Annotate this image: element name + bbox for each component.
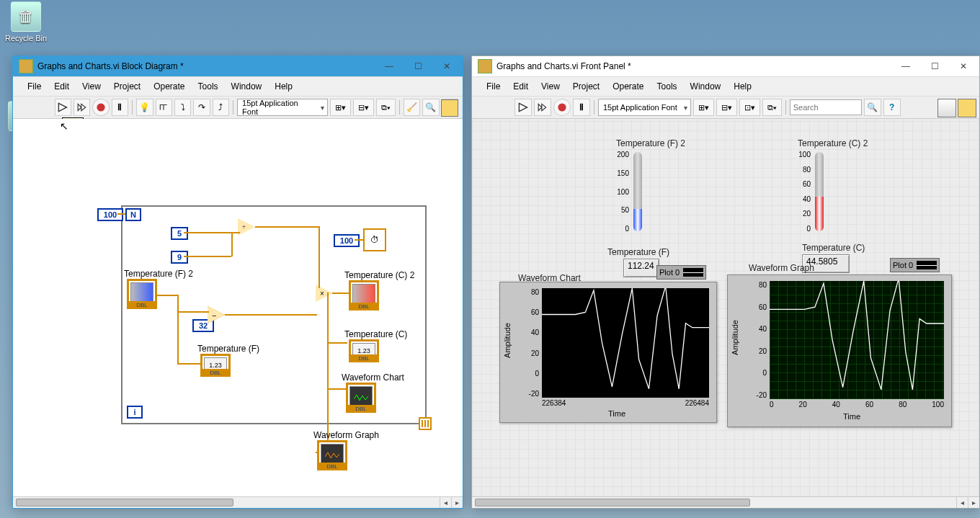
chart-ylabel: Amplitude — [503, 323, 512, 358]
menu-view[interactable]: View — [535, 80, 566, 93]
minimize-button[interactable]: — — [375, 58, 404, 75]
menu-edit[interactable]: Edit — [48, 80, 75, 93]
pause-button[interactable]: Ⅱ — [112, 99, 128, 116]
menu-window[interactable]: Window — [226, 80, 268, 93]
loop-n-terminal[interactable]: N — [125, 208, 141, 221]
font-selector[interactable]: 15pt Application Font — [237, 99, 328, 116]
menu-window[interactable]: Window — [685, 80, 727, 93]
waveform-graph-terminal[interactable]: DBL — [317, 440, 347, 470]
abort-button[interactable] — [553, 99, 571, 116]
pause-button[interactable]: Ⅱ — [573, 99, 590, 116]
menu-view[interactable]: View — [76, 80, 107, 93]
loop-count-constant[interactable]: 100 — [97, 208, 123, 221]
menu-operate[interactable]: Operate — [607, 80, 649, 93]
autoindex-tunnel[interactable] — [419, 417, 432, 430]
scroll-right-button[interactable]: ▸ — [968, 497, 979, 508]
titlebar[interactable]: Graphs and Charts.vi Block Diagram * — ☐… — [13, 56, 463, 76]
tempc2-terminal[interactable]: DBL — [349, 280, 379, 311]
tempc-label: Temperature (C) — [344, 329, 407, 339]
block-diagram-window: Graphs and Charts.vi Block Diagram * — ☐… — [12, 55, 463, 509]
tempf-fp-label: Temperature (F) — [607, 247, 669, 257]
run-continuous-button[interactable] — [74, 99, 90, 116]
menu-help[interactable]: Help — [728, 80, 757, 93]
connector-pane[interactable] — [937, 99, 956, 117]
tempc-terminal[interactable]: 1.23DBL — [349, 339, 379, 362]
run-button[interactable] — [55, 99, 71, 116]
svg-point-1 — [558, 103, 566, 111]
menubar: File Edit View Project Operate Tools Win… — [13, 76, 463, 97]
waveform-chart[interactable]: 806040200-20 Amplitude 226384226484 Time — [499, 282, 717, 423]
graph-legend[interactable]: Plot 0 — [890, 258, 940, 272]
window-title: Graphs and Charts.vi Block Diagram * — [37, 61, 375, 71]
tempf-indicator[interactable]: 112.24 — [623, 259, 659, 277]
front-panel-canvas[interactable]: Temperature (F) 2 200150100500 Temperatu… — [472, 119, 979, 496]
menu-file[interactable]: File — [22, 80, 47, 93]
help-button[interactable]: ? — [883, 99, 901, 116]
toolbar: Ⅱ 💡 ⤵ ↷ ⤴ 15pt Application Font ⊞▾ ⊟▾ ⧉▾… — [13, 97, 463, 119]
step-into-button[interactable]: ⤵ — [174, 99, 191, 116]
labview-icon — [478, 59, 492, 73]
loop-i-terminal[interactable]: i — [127, 406, 143, 419]
waveform-chart-terminal[interactable]: DBL — [346, 383, 376, 413]
distribute-button[interactable]: ⊟▾ — [716, 99, 737, 116]
menu-operate[interactable]: Operate — [148, 80, 190, 93]
constant-5[interactable]: 5 — [171, 227, 188, 240]
step-over-button[interactable]: ↷ — [193, 99, 210, 116]
menu-project[interactable]: Project — [567, 80, 605, 93]
menu-tools[interactable]: Tools — [651, 80, 683, 93]
tempc2-label: Temperature (C) 2 — [344, 270, 414, 280]
divide-node[interactable] — [238, 218, 255, 236]
step-out-button[interactable]: ⤴ — [213, 99, 229, 116]
close-button[interactable]: ✕ — [432, 58, 461, 75]
align-button[interactable]: ⊞▾ — [330, 99, 351, 116]
abort-button[interactable] — [92, 99, 109, 116]
reorder-button[interactable]: ⧉▾ — [376, 99, 396, 116]
constant-100[interactable]: 100 — [334, 234, 360, 247]
chart-legend[interactable]: Plot 0 — [656, 265, 706, 280]
vi-icon[interactable] — [958, 99, 976, 117]
font-selector[interactable]: 15pt Application Font — [598, 99, 691, 116]
reorder-button[interactable]: ⧉▾ — [762, 99, 782, 116]
scrollbar-horizontal[interactable]: ◂ ▸ — [13, 496, 463, 508]
distribute-button[interactable]: ⊟▾ — [353, 99, 374, 116]
cleanup-button[interactable]: 🧹 — [404, 99, 420, 116]
waveform-graph-label: Waveform Graph — [313, 430, 379, 440]
waveform-graph[interactable]: 806040200-20 Amplitude 020406080100 Time — [727, 274, 952, 427]
block-diagram-canvas[interactable]: N 100 i 5 9 32 100 ⏱ ÷ − × — [13, 119, 463, 496]
constant-9[interactable]: 9 — [171, 251, 188, 264]
menu-edit[interactable]: Edit — [507, 80, 534, 93]
menu-project[interactable]: Project — [108, 80, 146, 93]
run-continuous-button[interactable] — [534, 99, 551, 116]
minimize-button[interactable]: — — [891, 58, 920, 75]
maximize-button[interactable]: ☐ — [404, 58, 432, 75]
menu-tools[interactable]: Tools — [192, 80, 224, 93]
tempf2-terminal[interactable]: DBL — [127, 279, 157, 309]
scroll-left-button[interactable]: ◂ — [440, 497, 451, 508]
menu-file[interactable]: File — [481, 80, 506, 93]
tempf-terminal[interactable]: 1.23DBL — [200, 354, 231, 377]
thermometer-c[interactable]: 100806040200 — [792, 151, 827, 233]
waveform-graph-fp-label: Waveform Graph — [749, 263, 814, 273]
search-button[interactable]: 🔍 — [864, 99, 881, 116]
desktop-icon-recycle-bin[interactable]: 🗑 Recycle Bin — [3, 1, 49, 43]
run-button[interactable] — [514, 99, 532, 116]
window-title-fp: Graphs and Charts.vi Front Panel * — [496, 61, 891, 71]
tempf2-label: Temperature (F) 2 — [124, 269, 193, 279]
search-input[interactable] — [790, 99, 862, 115]
scrollbar-horizontal-fp[interactable]: ◂ ▸ — [472, 496, 979, 508]
retain-button[interactable] — [156, 99, 172, 116]
close-button[interactable]: ✕ — [949, 58, 978, 75]
titlebar-fp[interactable]: Graphs and Charts.vi Front Panel * — ☐ ✕ — [472, 56, 979, 76]
align-button[interactable]: ⊞▾ — [693, 99, 714, 116]
maximize-button[interactable]: ☐ — [920, 58, 949, 75]
scroll-right-button[interactable]: ▸ — [451, 497, 463, 508]
wait-ms[interactable]: ⏱ — [363, 228, 386, 251]
menu-help[interactable]: Help — [269, 80, 298, 93]
scroll-left-button[interactable]: ◂ — [956, 497, 968, 508]
highlight-button[interactable]: 💡 — [136, 99, 153, 116]
search-bd-button[interactable]: 🔍 — [422, 99, 439, 116]
chart-xlabel: Time — [608, 409, 625, 418]
resize-button[interactable]: ⊡▾ — [739, 99, 760, 116]
vi-icon[interactable] — [441, 99, 458, 117]
thermometer-f[interactable]: 200150100500 — [610, 151, 645, 233]
